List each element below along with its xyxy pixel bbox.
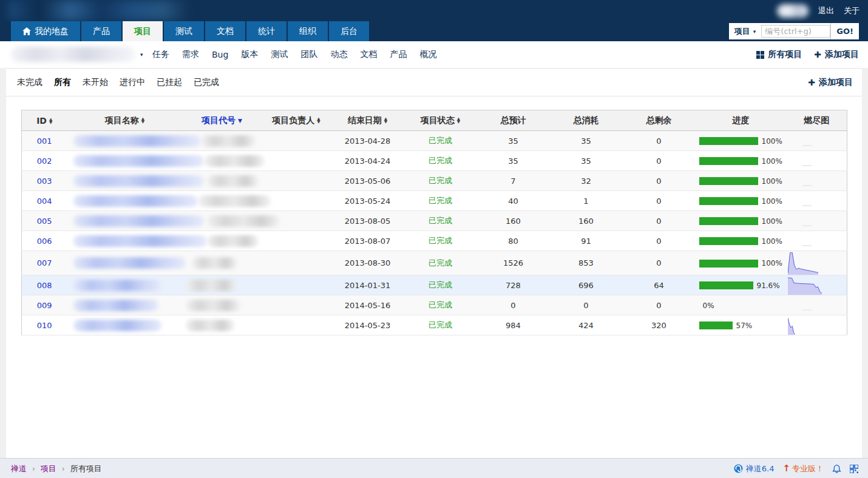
end-date-cell: 2013-08-07 (331, 231, 404, 251)
column-header-5[interactable]: 项目状态▲▼ (404, 110, 477, 131)
sort-both-icon: ▲▼ (141, 118, 144, 124)
main-tab-label: 组织 (299, 21, 316, 41)
project-name-blur (73, 175, 204, 187)
progress-bar (699, 137, 758, 145)
search-go-button[interactable]: GO! (830, 23, 859, 39)
subnav-item-7[interactable]: 文档 (358, 49, 379, 60)
project-row[interactable]: 0092014-05-16已完成0000% (22, 295, 847, 315)
breadcrumb-separator: › (32, 465, 35, 473)
subnav-item-6[interactable]: 动态 (328, 49, 349, 60)
project-row[interactable]: 0042013-05-24已完成4010100% (22, 191, 847, 211)
consumed-cell: 35 (550, 131, 623, 151)
column-header-4[interactable]: 结束日期▲▼ (331, 110, 404, 131)
column-header-label: 项目负责人 (272, 115, 314, 125)
project-row[interactable]: 0032013-05-06已完成7320100% (22, 171, 847, 191)
main-tab-5[interactable]: 统计 (246, 21, 287, 41)
project-owner-blur (207, 175, 259, 187)
sort-both-icon: ▲▼ (49, 118, 52, 124)
project-row[interactable]: 0062013-08-07已完成80910100% (22, 231, 847, 251)
burndown-chart[interactable] (788, 252, 844, 275)
left-cell: 0 (623, 295, 696, 315)
project-row[interactable]: 0052013-08-05已完成1601600100% (22, 211, 847, 231)
search-input[interactable] (761, 25, 830, 38)
progress-bar (699, 217, 758, 225)
project-id-link[interactable]: 002 (37, 157, 52, 166)
column-header-3[interactable]: 项目负责人▲▼ (262, 110, 331, 131)
logout-link[interactable]: 退出 (818, 5, 834, 16)
main-tab-6[interactable]: 组织 (288, 21, 328, 41)
project-name-blur (73, 195, 198, 207)
add-project-label: 添加项目 (825, 49, 859, 60)
estimate-cell: 984 (477, 315, 550, 335)
progress-bar (699, 260, 758, 268)
project-id-link[interactable]: 008 (37, 281, 52, 290)
breadcrumb-item-0[interactable]: 禅道 (11, 463, 27, 474)
column-header-1[interactable]: 项目名称▲▼ (67, 110, 183, 131)
main-tab-3[interactable]: 测试 (164, 21, 204, 41)
filter-tab-5[interactable]: 已完成 (194, 77, 219, 88)
end-date-cell: 2014-05-16 (331, 295, 404, 315)
project-row[interactable]: 0012013-04-28已完成35350100% (22, 131, 847, 151)
project-id-link[interactable]: 010 (37, 321, 52, 330)
column-header-0[interactable]: ID▲▼ (22, 110, 67, 131)
edition-link[interactable]: ↑ 专业版！ (782, 463, 824, 474)
estimate-cell: 728 (477, 275, 550, 295)
breadcrumb-item-1[interactable]: 项目 (41, 463, 56, 474)
subnav-item-3[interactable]: 版本 (239, 49, 260, 60)
progress-bar (699, 237, 758, 245)
main-tab-7[interactable]: 后台 (329, 21, 369, 41)
main-tab-1[interactable]: 产品 (81, 21, 121, 41)
add-project-link[interactable]: ✚ 添加项目 (814, 49, 859, 60)
left-cell: 0 (623, 251, 696, 275)
project-id-link[interactable]: 005 (37, 217, 52, 226)
about-link[interactable]: 关于 (844, 5, 860, 16)
column-header-2[interactable]: 项目代号▼ (183, 110, 262, 131)
project-id-link[interactable]: 007 (37, 258, 52, 268)
avatar[interactable] (777, 4, 809, 18)
project-owner-blur (201, 135, 256, 147)
project-row[interactable]: 0082014-01-31已完成7286966491.6% (22, 275, 847, 295)
add-project-button[interactable]: ✚ 添加项目 (808, 69, 853, 96)
burndown-chart[interactable] (788, 317, 844, 335)
project-id-link[interactable]: 001 (37, 136, 52, 146)
project-id-link[interactable]: 004 (37, 197, 52, 206)
column-header-label: 进度 (733, 115, 750, 125)
main-tab-2[interactable]: 项目 (123, 21, 163, 41)
plus-icon: ✚ (814, 50, 821, 59)
estimate-cell: 0 (477, 295, 550, 315)
all-projects-link[interactable]: 所有项目 (756, 49, 802, 60)
project-row[interactable]: 0022013-04-24已完成35350100% (22, 151, 847, 171)
project-id-link[interactable]: 006 (37, 237, 52, 246)
project-row[interactable]: 0102014-05-23已完成98442432057% (22, 315, 847, 335)
subnav-item-8[interactable]: 产品 (388, 49, 409, 60)
notification-bell-button[interactable] (832, 464, 841, 474)
main-tab-4[interactable]: 文档 (205, 21, 245, 41)
project-row[interactable]: 0072013-08-30已完成15268530100% (22, 251, 847, 275)
filter-tab-4[interactable]: 已挂起 (157, 77, 182, 88)
project-name-blur (73, 257, 186, 269)
burndown-placeholder (802, 245, 812, 246)
progress-label: 100% (762, 217, 782, 226)
subnav-item-1[interactable]: 需求 (180, 49, 201, 60)
burndown-chart[interactable] (788, 277, 844, 295)
filter-tab-0[interactable]: 未完成 (17, 77, 42, 88)
left-cell: 0 (623, 151, 696, 171)
project-id-link[interactable]: 009 (37, 301, 52, 310)
filter-tab-3[interactable]: 进行中 (120, 77, 145, 88)
project-selector[interactable]: ▾ (11, 47, 143, 62)
home-icon (22, 27, 31, 35)
project-id-link[interactable]: 003 (37, 177, 52, 186)
search-scope-dropdown[interactable]: 项目 ▾ (729, 23, 762, 39)
subnav-item-0[interactable]: 任务 (151, 49, 171, 60)
subnav-item-5[interactable]: 团队 (299, 49, 319, 60)
status-badge: 已完成 (404, 151, 477, 171)
zentao-version-link[interactable]: 禅道6.4 (734, 463, 775, 474)
subnav-item-9[interactable]: 概况 (418, 49, 438, 60)
main-tab-0[interactable]: 我的地盘 (11, 21, 80, 41)
subnav-item-4[interactable]: 测试 (269, 49, 290, 60)
filter-tab-1[interactable]: 所有 (54, 77, 71, 88)
status-badge: 已完成 (404, 171, 477, 191)
filter-tab-2[interactable]: 未开始 (83, 77, 108, 88)
qrcode-button[interactable] (850, 465, 858, 473)
subnav-item-2[interactable]: Bug (210, 50, 230, 59)
